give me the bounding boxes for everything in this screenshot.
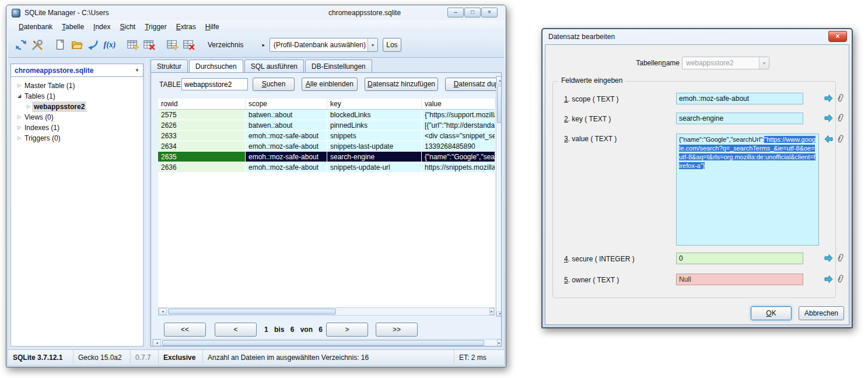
minimize-button[interactable]: – bbox=[447, 8, 464, 18]
expand-icon[interactable]: ▷ bbox=[16, 112, 23, 123]
scrollbar-thumb[interactable] bbox=[162, 340, 484, 346]
table-row[interactable]: 2575 batwen.:about blockedLinks {"https:… bbox=[158, 110, 495, 120]
column-header-value[interactable]: value bbox=[422, 99, 495, 109]
menu-hilfe[interactable]: Hilfe bbox=[201, 22, 224, 32]
expand-icon[interactable]: ▷ bbox=[25, 102, 32, 112]
menu-trigger[interactable]: Trigger bbox=[140, 22, 172, 32]
close-button[interactable]: × bbox=[481, 8, 498, 18]
expand-icon[interactable]: ▷ bbox=[16, 123, 23, 133]
status-extension-version: 0.7.7 bbox=[131, 350, 159, 365]
scrollbar-thumb[interactable] bbox=[168, 309, 336, 314]
ok-button[interactable]: OK bbox=[751, 306, 792, 320]
expand-icon[interactable]: ▷ bbox=[16, 80, 23, 91]
vertical-scrollbar[interactable]: ▲ ▼ bbox=[496, 76, 502, 317]
paperclip-icon[interactable] bbox=[835, 134, 845, 144]
tree-item-triggers[interactable]: ▷ Triggers (0) bbox=[11, 133, 143, 144]
close-button[interactable]: × bbox=[828, 31, 847, 42]
paperclip-icon[interactable] bbox=[835, 253, 845, 263]
new-database-icon[interactable] bbox=[52, 37, 69, 53]
collapse-icon[interactable]: ◢ bbox=[16, 91, 23, 102]
paperclip-icon[interactable] bbox=[835, 93, 845, 103]
scroll-down-icon[interactable]: ▼ bbox=[496, 312, 502, 316]
menu-sicht[interactable]: Sicht bbox=[115, 22, 140, 32]
menu-extras[interactable]: Extras bbox=[172, 22, 201, 32]
prev-page-button[interactable]: < bbox=[215, 323, 257, 337]
cancel-button[interactable]: Abbrechen bbox=[799, 306, 844, 320]
table-row-selected[interactable]: 2635 emoh.:moz-safe-about search-engine … bbox=[158, 152, 495, 162]
tab-struktur[interactable]: Struktur bbox=[150, 60, 188, 72]
scroll-right-icon[interactable]: ► bbox=[497, 340, 502, 346]
paperclip-icon[interactable] bbox=[835, 274, 845, 284]
search-button[interactable]: Suchen bbox=[253, 78, 295, 91]
expand-arrow-icon[interactable] bbox=[823, 113, 834, 123]
table-row[interactable]: 2633 emoh.:moz-safe-about snippets <div … bbox=[158, 131, 495, 141]
sidebar-splitter[interactable] bbox=[144, 59, 150, 346]
menu-tabelle[interactable]: Tabelle bbox=[57, 22, 89, 32]
tab-durchsuchen[interactable]: Durchsuchen bbox=[189, 60, 243, 73]
expand-arrow-icon[interactable] bbox=[823, 274, 834, 284]
scroll-left-icon[interactable]: ◄ bbox=[159, 308, 167, 315]
expand-icon[interactable]: ▷ bbox=[16, 133, 23, 144]
go-button[interactable]: Los bbox=[383, 38, 401, 52]
main-area: chromeappsstore.sqlite ▼ ▷ Master Table … bbox=[8, 58, 504, 365]
owner-field-input[interactable]: Null bbox=[676, 274, 803, 285]
verzeichnis-label[interactable]: Verzeichnis bbox=[208, 41, 243, 49]
dropdown-arrow-icon[interactable]: ▼ bbox=[368, 38, 377, 51]
tools-icon[interactable] bbox=[29, 37, 46, 53]
scope-field-input[interactable]: emoh.:moz-safe-about bbox=[676, 93, 803, 104]
menu-datenbank[interactable]: Datenbank bbox=[14, 22, 57, 32]
tree-item-indexes[interactable]: ▷ Indexes (1) bbox=[11, 123, 143, 133]
create-table-icon[interactable] bbox=[125, 37, 141, 53]
tab-sql-ausfuehren[interactable]: SQL ausführen bbox=[244, 60, 304, 72]
expand-arrow-icon[interactable] bbox=[823, 93, 834, 103]
scroll-left-icon[interactable]: ◄ bbox=[153, 340, 161, 346]
table-row[interactable]: 2634 emoh.:moz-safe-about snippets-last-… bbox=[158, 141, 495, 152]
next-page-button[interactable]: > bbox=[326, 323, 368, 337]
refresh-icon[interactable] bbox=[13, 37, 29, 53]
import-icon[interactable] bbox=[85, 37, 102, 53]
drop-table-icon[interactable] bbox=[141, 37, 158, 53]
edit-record-dialog: Datensatz bearbeiten × Tabellenname weba… bbox=[541, 28, 853, 328]
tree-item-webappsstore2[interactable]: ▷ webappsstore2 bbox=[11, 102, 143, 112]
table-row[interactable]: 2636 emoh.:moz-safe-about snippets-updat… bbox=[158, 162, 495, 173]
grid-horizontal-scrollbar[interactable]: ◄ ► bbox=[158, 307, 495, 316]
table-name-input[interactable] bbox=[181, 78, 248, 90]
secure-field-input[interactable]: 0 bbox=[676, 253, 803, 264]
verzeichnis-arrow-icon[interactable]: ▸ bbox=[262, 42, 265, 48]
first-page-button[interactable]: << bbox=[164, 323, 206, 337]
panel-horizontal-scrollbar[interactable]: ◄ ► bbox=[152, 339, 502, 346]
app-icon bbox=[12, 9, 20, 18]
scroll-right-icon[interactable]: ► bbox=[489, 308, 494, 315]
drop-index-icon[interactable] bbox=[181, 37, 197, 53]
dropdown-arrow-icon[interactable]: ▼ bbox=[135, 68, 139, 73]
maximize-button[interactable]: □ bbox=[464, 8, 481, 18]
value-field-textarea[interactable]: {"name":"Google","searchUrl":"https://ww… bbox=[676, 134, 819, 246]
function-icon[interactable]: f(x) bbox=[102, 37, 118, 53]
table-name-dropdown[interactable]: webappsstore2 ▼ bbox=[682, 57, 769, 69]
dropdown-arrow-icon[interactable]: ▼ bbox=[759, 57, 769, 69]
open-database-icon[interactable] bbox=[69, 37, 85, 53]
tab-db-einstellungen[interactable]: DB-Einstellungen bbox=[305, 60, 372, 72]
duplicate-record-button[interactable]: Datensatz dupliz bbox=[445, 78, 502, 91]
tree-item-views[interactable]: ▷ Views (0) bbox=[11, 112, 143, 123]
collapse-arrow-icon[interactable] bbox=[823, 134, 834, 144]
table-row[interactable]: 2626 batwen.:about pinnedLinks [{"url":"… bbox=[158, 120, 495, 131]
key-field-label: 2. key ( TEXT ) bbox=[564, 115, 611, 123]
show-all-button[interactable]: Alle einblenden bbox=[302, 78, 358, 91]
profile-database-dropdown[interactable]: (Profil-Datenbank auswählen) ▼ bbox=[270, 38, 378, 52]
column-header-key[interactable]: key bbox=[327, 99, 422, 109]
key-field-input[interactable]: search-engine bbox=[676, 113, 803, 124]
column-header-rowid[interactable]: rowid bbox=[158, 99, 246, 109]
last-page-button[interactable]: >> bbox=[376, 323, 418, 337]
tree-item-tables[interactable]: ◢ Tables (1) bbox=[11, 91, 143, 102]
tree-item-master-table[interactable]: ▷ Master Table (1) bbox=[11, 80, 143, 91]
menu-index[interactable]: Index bbox=[89, 22, 115, 32]
scroll-up-icon[interactable]: ▲ bbox=[496, 76, 502, 85]
paperclip-icon[interactable] bbox=[835, 113, 845, 123]
scrollbar-thumb[interactable] bbox=[497, 86, 502, 123]
create-index-icon[interactable] bbox=[164, 37, 181, 53]
database-selector[interactable]: chromeappsstore.sqlite ▼ bbox=[10, 64, 144, 77]
add-record-button[interactable]: Datensatz hinzufügen bbox=[365, 78, 438, 91]
expand-arrow-icon[interactable] bbox=[823, 253, 834, 263]
column-header-scope[interactable]: scope bbox=[246, 99, 327, 109]
